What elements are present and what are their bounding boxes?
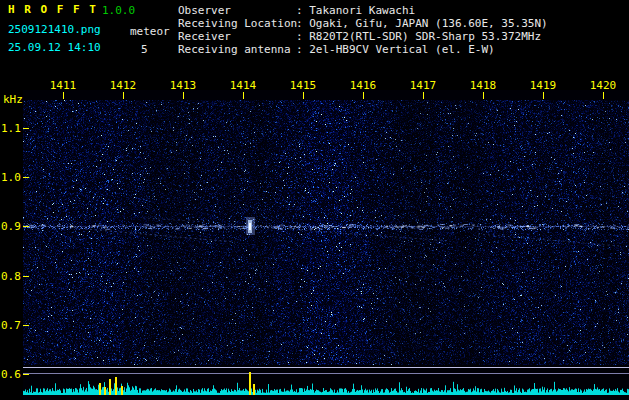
info-value: Takanori Kawachi xyxy=(309,4,415,17)
y-tick-label: 0.9 xyxy=(1,220,20,233)
info-label: Observer xyxy=(178,4,296,17)
info-separator: : xyxy=(296,17,303,30)
info-separator: : xyxy=(296,30,303,43)
station-info: Observer: Takanori Kawachi Receiving Loc… xyxy=(178,4,548,56)
info-separator: : xyxy=(296,43,303,56)
app-version: 1.0.0 xyxy=(102,4,135,17)
info-row-antenna: Receiving antenna: 2el-HB9CV Vertical (e… xyxy=(178,43,548,56)
spectrogram-canvas xyxy=(23,90,629,400)
info-value: Ogaki, Gifu, JAPAN (136.60E, 35.35N) xyxy=(309,17,547,30)
info-label: Receiver xyxy=(178,30,296,43)
info-label: Receiving Location xyxy=(178,17,296,30)
count-label: 5 xyxy=(141,43,148,56)
datetime-label: 25.09.12 14:10 xyxy=(8,41,101,54)
info-row-location: Receiving Location: Ogaki, Gifu, JAPAN (… xyxy=(178,17,548,30)
y-tick-label: 1.1 xyxy=(1,122,20,135)
app-title: H R O F F T xyxy=(8,3,97,16)
y-axis-unit: kHz xyxy=(3,93,23,106)
y-tick-label: 0.7 xyxy=(1,319,20,332)
info-label: Receiving antenna xyxy=(178,43,296,56)
info-value: R820T2(RTL-SDR) SDR-Sharp 53.372MHz xyxy=(309,30,541,43)
mode-label: meteor xyxy=(130,25,170,38)
info-row-observer: Observer: Takanori Kawachi xyxy=(178,4,548,17)
hrofft-screen: H R O F F T 1.0.0 2509121410.png meteor … xyxy=(0,0,629,400)
info-row-receiver: Receiver: R820T2(RTL-SDR) SDR-Sharp 53.3… xyxy=(178,30,548,43)
y-tick-label: 0.8 xyxy=(1,270,20,283)
info-value: 2el-HB9CV Vertical (el. E-W) xyxy=(309,43,494,56)
info-separator: : xyxy=(296,4,303,17)
y-tick-label: 0.6 xyxy=(1,368,20,381)
output-filename: 2509121410.png xyxy=(8,23,101,36)
y-tick-label: 1.0 xyxy=(1,171,20,184)
